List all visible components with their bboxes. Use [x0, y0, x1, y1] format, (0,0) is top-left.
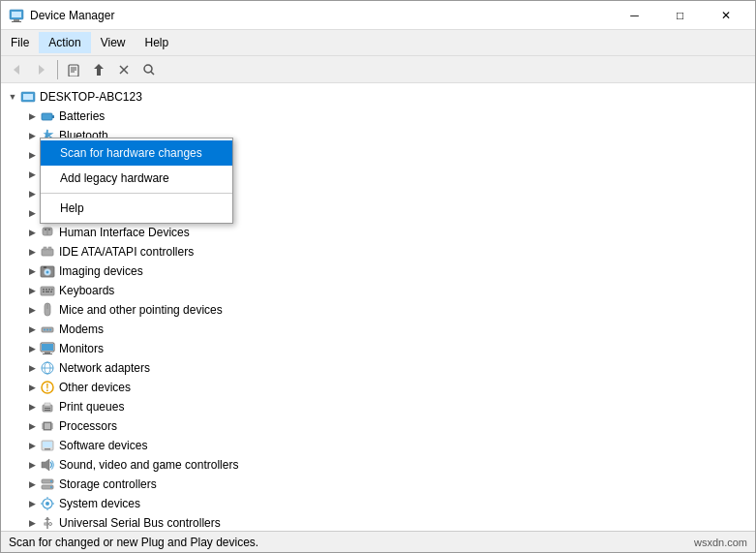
- menu-action[interactable]: Action: [39, 32, 90, 53]
- keyboards-chevron: ▶: [24, 283, 40, 298]
- mice-label: Mice and other pointing devices: [59, 303, 223, 317]
- window-title: Device Manager: [30, 9, 114, 22]
- svg-rect-43: [43, 289, 45, 291]
- keyboards-icon: [40, 283, 55, 298]
- software-label: Software devices: [59, 439, 147, 452]
- tree-item-monitors[interactable]: ▶ Monitors: [1, 339, 755, 358]
- close-button[interactable]: ✕: [704, 2, 747, 29]
- print-chevron: ▶: [24, 399, 40, 415]
- menu-view[interactable]: View: [91, 32, 136, 53]
- device-manager-window: Device Manager ─ □ ✕ File Action View He…: [0, 0, 756, 553]
- svg-marker-10: [94, 64, 104, 76]
- toolbar-update-driver-button[interactable]: [87, 58, 110, 81]
- svg-rect-67: [45, 410, 50, 411]
- tree-item-other[interactable]: ▶ ! Other devices: [1, 378, 755, 397]
- other-chevron: ▶: [24, 380, 40, 395]
- processors-icon: [40, 418, 55, 434]
- tree-item-processors[interactable]: ▶ Processors: [1, 416, 755, 436]
- other-icon: !: [40, 380, 55, 395]
- monitors-icon: [40, 341, 55, 356]
- tree-item-sound[interactable]: ▶ Sound, video and game controllers: [1, 455, 755, 475]
- network-icon: [40, 360, 55, 376]
- tree-item-imaging[interactable]: ▶ Imaging devices: [1, 261, 755, 281]
- toolbar-scan-button[interactable]: [137, 58, 161, 81]
- tree-item-ide-ata[interactable]: ▶ IDE ATA/ATAPI controllers: [1, 242, 755, 261]
- menu-file[interactable]: File: [1, 32, 39, 53]
- hid-icon: [40, 225, 55, 240]
- svg-rect-92: [45, 523, 47, 525]
- batteries-icon: [40, 108, 55, 124]
- network-label: Network adapters: [59, 361, 150, 375]
- toolbar-back-button[interactable]: [5, 58, 28, 81]
- monitors-chevron: ▶: [24, 341, 40, 356]
- computer-chevron: ▶: [24, 147, 40, 163]
- toolbar: [1, 56, 755, 83]
- ide-chevron: ▶: [24, 244, 40, 260]
- print-label: Print queues: [59, 400, 124, 414]
- bluetooth-chevron: ▶: [24, 128, 40, 143]
- dropdown-scan-hardware[interactable]: Scan for hardware changes: [41, 140, 232, 166]
- svg-rect-36: [44, 247, 46, 250]
- toolbar-uninstall-button[interactable]: [112, 58, 136, 81]
- tree-item-system[interactable]: ▶ System devices: [1, 494, 755, 513]
- tree-root[interactable]: ▼ DESKTOP-ABC123: [1, 87, 755, 107]
- imaging-chevron: ▶: [24, 263, 40, 279]
- tree-item-storage[interactable]: ▶ Storage controllers: [1, 475, 755, 494]
- app-icon: [9, 8, 24, 23]
- toolbar-properties-button[interactable]: [62, 58, 85, 81]
- system-icon: [40, 496, 55, 511]
- minimize-button[interactable]: ─: [613, 2, 656, 29]
- svg-rect-47: [43, 292, 45, 293]
- processors-label: Processors: [59, 419, 117, 433]
- display-adapters-chevron: ▶: [24, 186, 40, 201]
- keyboards-label: Keyboards: [59, 284, 114, 297]
- tree-item-print-queues[interactable]: ▶ Print queues: [1, 397, 755, 416]
- svg-rect-69: [45, 423, 50, 429]
- imaging-icon: [40, 263, 55, 279]
- ide-label: IDE ATA/ATAPI controllers: [59, 245, 194, 259]
- svg-rect-56: [42, 344, 53, 351]
- svg-rect-3: [12, 21, 21, 22]
- other-label: Other devices: [59, 381, 131, 394]
- sound-icon: [40, 457, 55, 473]
- svg-text:!: !: [45, 383, 48, 393]
- mice-chevron: ▶: [24, 302, 40, 318]
- maximize-button[interactable]: □: [658, 2, 702, 29]
- modems-label: Modems: [59, 323, 104, 336]
- svg-rect-17: [42, 113, 52, 120]
- svg-rect-44: [45, 289, 47, 291]
- title-bar: Device Manager ─ □ ✕: [1, 1, 755, 30]
- status-bar: Scan for changed or new Plug and Play de…: [1, 531, 755, 552]
- toolbar-sep-1: [57, 60, 58, 79]
- content-area: ▼ DESKTOP-ABC123 ▶ Bat: [1, 83, 755, 531]
- svg-rect-58: [43, 353, 52, 354]
- menu-help[interactable]: Help: [136, 32, 179, 53]
- root-icon: [20, 89, 36, 105]
- sound-chevron: ▶: [24, 457, 40, 473]
- storage-label: Storage controllers: [59, 477, 157, 491]
- svg-rect-45: [48, 289, 50, 291]
- svg-marker-79: [42, 459, 49, 471]
- dropdown-help[interactable]: Help: [41, 196, 232, 221]
- tree-item-keyboards[interactable]: ▶ Keyboards: [1, 281, 755, 300]
- hid-label: Human Interface Devices: [59, 226, 190, 239]
- tree-item-mice[interactable]: ▶ Mice and other pointing devices: [1, 300, 755, 320]
- svg-point-13: [144, 65, 152, 73]
- svg-rect-57: [45, 352, 50, 353]
- system-label: System devices: [59, 497, 140, 510]
- processors-chevron: ▶: [24, 418, 40, 434]
- svg-point-83: [50, 486, 52, 488]
- tree-item-software-devices[interactable]: ▶ Software devices: [1, 436, 755, 455]
- toolbar-forward-button[interactable]: [30, 58, 53, 81]
- storage-icon: [40, 476, 55, 492]
- tree-item-human-interface[interactable]: ▶ Human Interface Devices: [1, 223, 755, 242]
- tree-item-usb[interactable]: ▶ Universal Serial Bus controllers: [1, 513, 755, 531]
- tree-item-network[interactable]: ▶ Network adapters: [1, 358, 755, 378]
- dropdown-add-legacy[interactable]: Add legacy hardware: [41, 166, 232, 191]
- svg-rect-49: [50, 292, 52, 293]
- tree-item-batteries[interactable]: ▶ Batteries: [1, 107, 755, 126]
- svg-point-40: [46, 271, 49, 274]
- tree-item-modems[interactable]: ▶ Modems: [1, 320, 755, 339]
- software-icon: [40, 438, 55, 453]
- svg-point-54: [49, 329, 51, 331]
